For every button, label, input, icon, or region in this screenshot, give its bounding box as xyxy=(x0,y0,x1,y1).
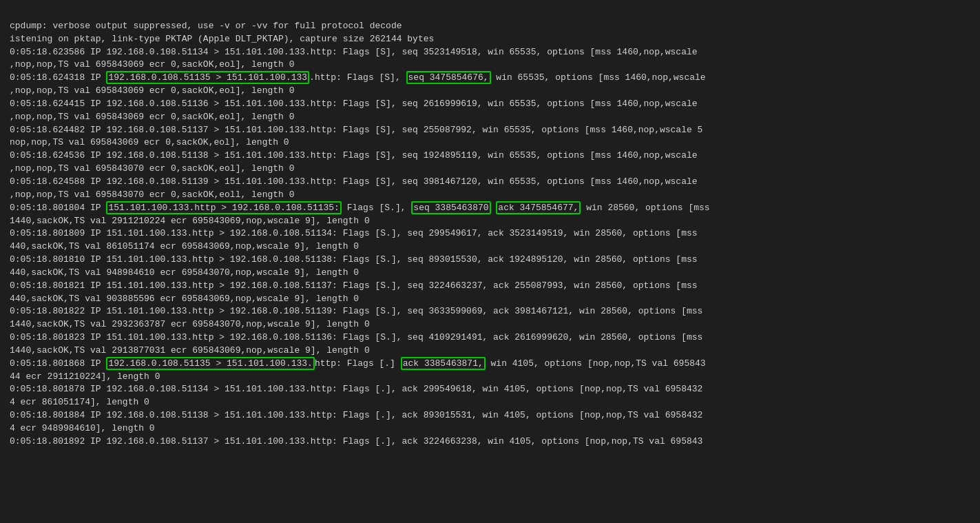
terminal-line: ,nop,nop,TS val 695843069 ecr 0,sackOK,e… xyxy=(10,85,970,98)
terminal-line: 44 ecr 2911210224], length 0 xyxy=(10,371,970,384)
terminal-line: 0:05:18.624588 IP 192.168.0.108.51139 > … xyxy=(10,176,970,189)
terminal-line: 0:05:18.801884 IP 192.168.0.108.51138 > … xyxy=(10,409,970,422)
highlighted-value: ack 3385463871, xyxy=(401,357,486,370)
terminal-line: 440,sackOK,TS val 861051174 ecr 69584306… xyxy=(10,240,970,254)
terminal-line: 1440,sackOK,TS val 2932363787 ecr 695843… xyxy=(10,318,970,331)
terminal-line: cpdump: verbose output suppressed, use -… xyxy=(10,20,970,33)
terminal-line: 0:05:18.801804 IP 151.101.100.133.http >… xyxy=(10,202,970,215)
terminal-line: nop,nop,TS val 695843069 ecr 0,sackOK,eo… xyxy=(10,136,970,150)
terminal-line: ,nop,nop,TS val 695843070 ecr 0,sackOK,e… xyxy=(10,189,970,202)
terminal-line: ,nop,nop,TS val 695843070 ecr 0,sackOK,e… xyxy=(10,163,970,176)
terminal-line: 0:05:18.801823 IP 151.101.100.133.http >… xyxy=(10,331,970,345)
highlighted-value: seq 3385463870 xyxy=(411,201,490,214)
terminal-line: 1440,sackOK,TS val 2913877031 ecr 695843… xyxy=(10,345,970,358)
terminal-line: 0:05:18.801868 IP 192.168.0.108.51135 > … xyxy=(10,358,970,371)
terminal-line: 0:05:18.623586 IP 192.168.0.108.51134 > … xyxy=(10,46,970,59)
highlighted-value: ack 3475854677, xyxy=(496,201,581,214)
terminal-line: 4 ecr 861051174], length 0 xyxy=(10,396,970,409)
highlighted-value: 192.168.0.108.51135 > 151.101.100.133. xyxy=(106,357,314,370)
terminal-line: 0:05:18.801878 IP 192.168.0.108.51134 > … xyxy=(10,383,970,396)
terminal-output: cpdump: verbose output suppressed, use -… xyxy=(10,7,970,449)
terminal-line: 0:05:18.801892 IP 192.168.0.108.51137 > … xyxy=(10,435,970,449)
terminal-line: 0:05:18.624482 IP 192.168.0.108.51137 > … xyxy=(10,124,970,137)
terminal-line: 0:05:18.801810 IP 151.101.100.133.http >… xyxy=(10,254,970,267)
terminal-line: 0:05:18.624536 IP 192.168.0.108.51138 > … xyxy=(10,150,970,163)
highlighted-value: seq 3475854676, xyxy=(406,71,491,84)
terminal-line: 440,sackOK,TS val 948984610 ecr 69584307… xyxy=(10,267,970,280)
highlighted-value: 151.101.100.133.http > 192.168.0.108.511… xyxy=(106,201,341,214)
terminal-line: 4 ecr 9489984610], length 0 xyxy=(10,422,970,435)
terminal-line: 0:05:18.624415 IP 192.168.0.108.51136 > … xyxy=(10,98,970,111)
terminal-line: ,nop,nop,TS val 695843069 ecr 0,sackOK,e… xyxy=(10,59,970,72)
terminal-line: 0:05:18.624318 IP 192.168.0.108.51135 > … xyxy=(10,72,970,85)
highlighted-value: 192.168.0.108.51135 > 151.101.100.133 xyxy=(106,71,309,84)
terminal-line: istening on pktap, link-type PKTAP (Appl… xyxy=(10,33,970,46)
terminal-line: 0:05:18.801822 IP 151.101.100.133.http >… xyxy=(10,305,970,318)
terminal-line: 0:05:18.801809 IP 151.101.100.133.http >… xyxy=(10,227,970,240)
terminal-line: 1440,sackOK,TS val 2911210224 ecr 695843… xyxy=(10,215,970,228)
terminal-line: 0:05:18.801821 IP 151.101.100.133.http >… xyxy=(10,280,970,293)
terminal-line: ,nop,nop,TS val 695843069 ecr 0,sackOK,e… xyxy=(10,111,970,124)
terminal-line: 440,sackOK,TS val 903885596 ecr 69584306… xyxy=(10,293,970,306)
